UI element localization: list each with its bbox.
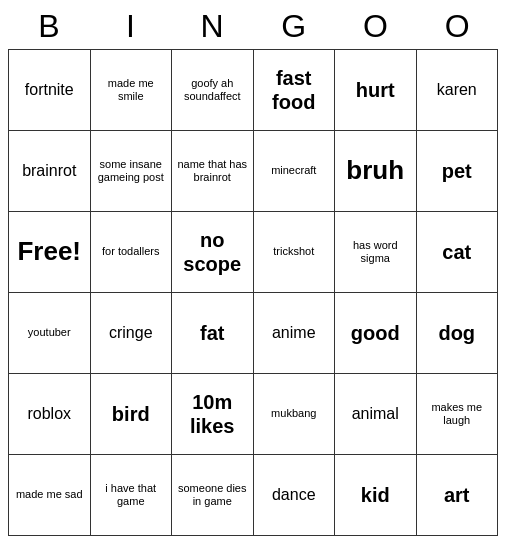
- header-letter: B: [8, 8, 90, 45]
- bingo-cell: kid: [335, 455, 417, 536]
- bingo-cell: good: [335, 293, 417, 374]
- bingo-cell: made me sad: [9, 455, 91, 536]
- bingo-cell: fortnite: [9, 50, 91, 131]
- bingo-cell: minecraft: [254, 131, 336, 212]
- bingo-cell: cringe: [91, 293, 173, 374]
- bingo-cell: fat: [172, 293, 254, 374]
- bingo-cell: trickshot: [254, 212, 336, 293]
- header-letter: O: [416, 8, 498, 45]
- bingo-cell: has word sigma: [335, 212, 417, 293]
- bingo-cell: i have that game: [91, 455, 173, 536]
- bingo-cell: brainrot: [9, 131, 91, 212]
- bingo-cell: for todallers: [91, 212, 173, 293]
- header-letter: G: [253, 8, 335, 45]
- bingo-cell: makes me laugh: [417, 374, 499, 455]
- bingo-grid: fortnitemade me smilegoofy ah soundaffec…: [8, 49, 498, 536]
- bingo-cell: cat: [417, 212, 499, 293]
- bingo-cell: some insane gameing post: [91, 131, 173, 212]
- bingo-cell: hurt: [335, 50, 417, 131]
- header-letter: N: [171, 8, 253, 45]
- bingo-cell: pet: [417, 131, 499, 212]
- bingo-cell: 10m likes: [172, 374, 254, 455]
- header-letter: O: [335, 8, 417, 45]
- bingo-cell: no scope: [172, 212, 254, 293]
- bingo-cell: mukbang: [254, 374, 336, 455]
- bingo-cell: Free!: [9, 212, 91, 293]
- bingo-cell: bruh: [335, 131, 417, 212]
- bingo-cell: karen: [417, 50, 499, 131]
- bingo-cell: dog: [417, 293, 499, 374]
- header-letter: I: [90, 8, 172, 45]
- bingo-cell: dance: [254, 455, 336, 536]
- bingo-cell: name that has brainrot: [172, 131, 254, 212]
- bingo-cell: bird: [91, 374, 173, 455]
- bingo-cell: youtuber: [9, 293, 91, 374]
- bingo-header: BINGOO: [8, 8, 498, 45]
- bingo-cell: anime: [254, 293, 336, 374]
- bingo-cell: made me smile: [91, 50, 173, 131]
- bingo-cell: art: [417, 455, 499, 536]
- bingo-cell: fast food: [254, 50, 336, 131]
- bingo-cell: roblox: [9, 374, 91, 455]
- bingo-cell: animal: [335, 374, 417, 455]
- bingo-cell: someone dies in game: [172, 455, 254, 536]
- bingo-cell: goofy ah soundaffect: [172, 50, 254, 131]
